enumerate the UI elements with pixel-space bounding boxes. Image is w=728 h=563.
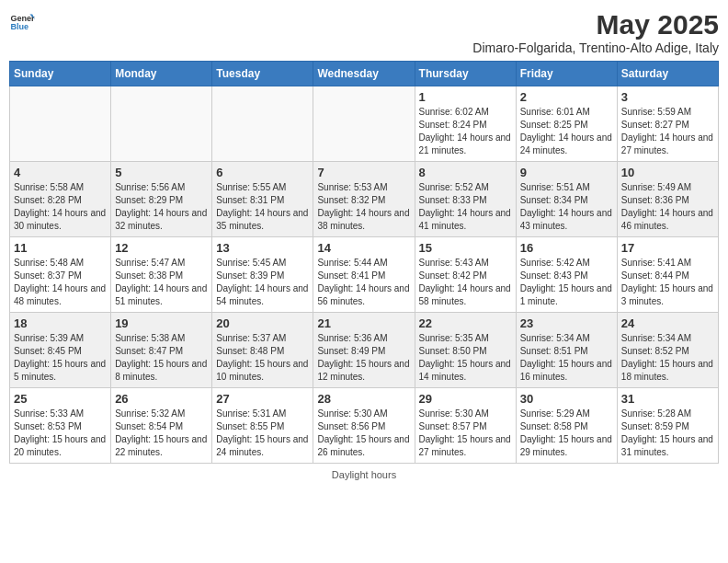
calendar-cell <box>111 86 212 162</box>
day-number: 8 <box>419 166 512 179</box>
calendar-title: May 2025 <box>472 9 719 40</box>
calendar-cell: 13Sunrise: 5:45 AM Sunset: 8:39 PM Dayli… <box>212 237 313 313</box>
day-info: Sunrise: 5:34 AM Sunset: 8:52 PM Dayligh… <box>621 332 714 384</box>
day-info: Sunrise: 5:34 AM Sunset: 8:51 PM Dayligh… <box>520 332 613 384</box>
day-info: Sunrise: 5:41 AM Sunset: 8:44 PM Dayligh… <box>621 257 714 308</box>
day-info: Sunrise: 5:35 AM Sunset: 8:50 PM Dayligh… <box>419 332 512 384</box>
day-info: Sunrise: 5:31 AM Sunset: 8:55 PM Dayligh… <box>216 408 309 459</box>
calendar-cell: 10Sunrise: 5:49 AM Sunset: 8:36 PM Dayli… <box>617 162 718 237</box>
col-monday: Monday <box>111 62 212 86</box>
logo: General Blue <box>9 9 35 35</box>
calendar-cell: 16Sunrise: 5:42 AM Sunset: 8:43 PM Dayli… <box>516 237 617 313</box>
calendar-week-3: 11Sunrise: 5:48 AM Sunset: 8:37 PM Dayli… <box>10 237 719 313</box>
day-number: 28 <box>317 392 410 406</box>
calendar-cell: 6Sunrise: 5:55 AM Sunset: 8:31 PM Daylig… <box>212 162 313 237</box>
day-info: Sunrise: 5:30 AM Sunset: 8:56 PM Dayligh… <box>317 408 410 459</box>
calendar-cell: 9Sunrise: 5:51 AM Sunset: 8:34 PM Daylig… <box>516 162 617 237</box>
day-info: Sunrise: 5:28 AM Sunset: 8:59 PM Dayligh… <box>621 408 714 459</box>
svg-text:Blue: Blue <box>10 22 28 31</box>
col-friday: Friday <box>516 62 617 86</box>
day-number: 16 <box>520 241 613 255</box>
day-number: 27 <box>216 392 309 406</box>
day-info: Sunrise: 5:32 AM Sunset: 8:54 PM Dayligh… <box>115 408 208 459</box>
calendar-cell: 1Sunrise: 6:02 AM Sunset: 8:24 PM Daylig… <box>415 86 516 162</box>
calendar-cell: 4Sunrise: 5:58 AM Sunset: 8:28 PM Daylig… <box>10 162 111 237</box>
calendar-cell: 2Sunrise: 6:01 AM Sunset: 8:25 PM Daylig… <box>516 86 617 162</box>
day-number: 21 <box>317 316 410 330</box>
day-info: Sunrise: 5:38 AM Sunset: 8:47 PM Dayligh… <box>115 332 208 384</box>
day-number: 15 <box>419 241 512 255</box>
calendar-cell: 19Sunrise: 5:38 AM Sunset: 8:47 PM Dayli… <box>111 313 212 388</box>
calendar-cell: 31Sunrise: 5:28 AM Sunset: 8:59 PM Dayli… <box>617 388 718 464</box>
calendar-cell: 24Sunrise: 5:34 AM Sunset: 8:52 PM Dayli… <box>617 313 718 388</box>
day-number: 19 <box>115 316 208 330</box>
day-info: Sunrise: 5:42 AM Sunset: 8:43 PM Dayligh… <box>520 257 613 308</box>
day-number: 1 <box>419 90 512 104</box>
day-info: Sunrise: 6:02 AM Sunset: 8:24 PM Dayligh… <box>419 106 512 157</box>
day-info: Sunrise: 5:39 AM Sunset: 8:45 PM Dayligh… <box>14 332 107 384</box>
day-number: 24 <box>621 316 714 330</box>
day-number: 11 <box>14 241 107 255</box>
calendar-week-5: 25Sunrise: 5:33 AM Sunset: 8:53 PM Dayli… <box>10 388 719 464</box>
calendar-cell <box>313 86 415 162</box>
calendar-table: Sunday Monday Tuesday Wednesday Thursday… <box>9 61 719 464</box>
calendar-cell: 14Sunrise: 5:44 AM Sunset: 8:41 PM Dayli… <box>313 237 415 313</box>
calendar-cell: 11Sunrise: 5:48 AM Sunset: 8:37 PM Dayli… <box>10 237 111 313</box>
day-info: Sunrise: 5:52 AM Sunset: 8:33 PM Dayligh… <box>419 181 512 233</box>
col-thursday: Thursday <box>415 62 516 86</box>
day-number: 14 <box>317 241 410 255</box>
calendar-cell <box>10 86 111 162</box>
day-number: 22 <box>419 316 512 330</box>
calendar-cell: 21Sunrise: 5:36 AM Sunset: 8:49 PM Dayli… <box>313 313 415 388</box>
day-number: 17 <box>621 241 714 255</box>
day-number: 12 <box>115 241 208 255</box>
day-info: Sunrise: 5:33 AM Sunset: 8:53 PM Dayligh… <box>14 408 107 459</box>
calendar-cell: 22Sunrise: 5:35 AM Sunset: 8:50 PM Dayli… <box>415 313 516 388</box>
day-number: 13 <box>216 241 309 255</box>
calendar-week-2: 4Sunrise: 5:58 AM Sunset: 8:28 PM Daylig… <box>10 162 719 237</box>
calendar-cell: 18Sunrise: 5:39 AM Sunset: 8:45 PM Dayli… <box>10 313 111 388</box>
calendar-cell: 23Sunrise: 5:34 AM Sunset: 8:51 PM Dayli… <box>516 313 617 388</box>
calendar-cell: 27Sunrise: 5:31 AM Sunset: 8:55 PM Dayli… <box>212 388 313 464</box>
day-info: Sunrise: 5:58 AM Sunset: 8:28 PM Dayligh… <box>14 181 107 233</box>
col-wednesday: Wednesday <box>313 62 415 86</box>
day-info: Sunrise: 5:49 AM Sunset: 8:36 PM Dayligh… <box>621 181 714 233</box>
day-info: Sunrise: 6:01 AM Sunset: 8:25 PM Dayligh… <box>520 106 613 157</box>
calendar-header-row: Sunday Monday Tuesday Wednesday Thursday… <box>10 62 719 86</box>
day-info: Sunrise: 5:43 AM Sunset: 8:42 PM Dayligh… <box>419 257 512 308</box>
calendar-week-1: 1Sunrise: 6:02 AM Sunset: 8:24 PM Daylig… <box>10 86 719 162</box>
day-info: Sunrise: 5:45 AM Sunset: 8:39 PM Dayligh… <box>216 257 309 308</box>
calendar-cell: 8Sunrise: 5:52 AM Sunset: 8:33 PM Daylig… <box>415 162 516 237</box>
day-info: Sunrise: 5:53 AM Sunset: 8:32 PM Dayligh… <box>317 181 410 233</box>
day-number: 30 <box>520 392 613 406</box>
calendar-cell: 26Sunrise: 5:32 AM Sunset: 8:54 PM Dayli… <box>111 388 212 464</box>
calendar-subtitle: Dimaro-Folgarida, Trentino-Alto Adige, I… <box>472 40 719 55</box>
day-number: 26 <box>115 392 208 406</box>
day-info: Sunrise: 5:47 AM Sunset: 8:38 PM Dayligh… <box>115 257 208 308</box>
day-info: Sunrise: 5:29 AM Sunset: 8:58 PM Dayligh… <box>520 408 613 459</box>
day-info: Sunrise: 5:48 AM Sunset: 8:37 PM Dayligh… <box>14 257 107 308</box>
day-number: 3 <box>621 90 714 104</box>
calendar-cell <box>212 86 313 162</box>
day-number: 25 <box>14 392 107 406</box>
day-number: 4 <box>14 166 107 179</box>
day-number: 18 <box>14 316 107 330</box>
calendar-cell: 29Sunrise: 5:30 AM Sunset: 8:57 PM Dayli… <box>415 388 516 464</box>
day-number: 23 <box>520 316 613 330</box>
calendar-cell: 25Sunrise: 5:33 AM Sunset: 8:53 PM Dayli… <box>10 388 111 464</box>
day-info: Sunrise: 5:44 AM Sunset: 8:41 PM Dayligh… <box>317 257 410 308</box>
day-number: 9 <box>520 166 613 179</box>
day-number: 7 <box>317 166 410 179</box>
calendar-cell: 28Sunrise: 5:30 AM Sunset: 8:56 PM Dayli… <box>313 388 415 464</box>
col-tuesday: Tuesday <box>212 62 313 86</box>
calendar-week-4: 18Sunrise: 5:39 AM Sunset: 8:45 PM Dayli… <box>10 313 719 388</box>
day-number: 31 <box>621 392 714 406</box>
day-number: 20 <box>216 316 309 330</box>
day-number: 29 <box>419 392 512 406</box>
col-sunday: Sunday <box>10 62 111 86</box>
day-number: 5 <box>115 166 208 179</box>
day-number: 6 <box>216 166 309 179</box>
title-area: May 2025 Dimaro-Folgarida, Trentino-Alto… <box>472 9 719 55</box>
day-info: Sunrise: 5:55 AM Sunset: 8:31 PM Dayligh… <box>216 181 309 233</box>
day-info: Sunrise: 5:56 AM Sunset: 8:29 PM Dayligh… <box>115 181 208 233</box>
